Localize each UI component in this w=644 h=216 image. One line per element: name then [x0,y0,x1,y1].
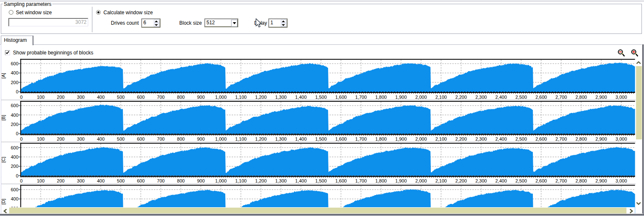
svg-text:700: 700 [157,178,165,183]
svg-text:1,700: 1,700 [355,136,367,141]
svg-text:2,300: 2,300 [475,95,487,100]
svg-text:500: 500 [117,136,125,141]
svg-text:[D]: [D] [1,199,6,205]
svg-text:2,200: 2,200 [456,136,467,141]
svg-text:300: 300 [77,136,84,141]
svg-text:600: 600 [11,187,18,192]
svg-text:1,400: 1,400 [295,178,307,183]
svg-text:3,000: 3,000 [616,95,627,100]
svg-text:2,000: 2,000 [415,178,427,183]
svg-text:500: 500 [117,95,125,100]
svg-text:2,600: 2,600 [535,178,547,183]
svg-text:[A]: [A] [1,73,6,78]
svg-text:600: 600 [137,136,145,141]
svg-text:2,400: 2,400 [495,178,507,183]
svg-text:0: 0 [16,89,18,94]
svg-text:900: 900 [197,136,204,141]
svg-text:2,200: 2,200 [456,178,467,183]
svg-text:2,700: 2,700 [555,136,567,141]
svg-text:1,400: 1,400 [295,95,307,100]
svg-text:600: 600 [137,95,145,100]
svg-text:2,800: 2,800 [575,178,587,183]
svg-text:1,300: 1,300 [275,136,287,141]
svg-text:1,100: 1,100 [235,178,247,183]
svg-text:1,800: 1,800 [375,136,387,141]
svg-text:200: 200 [57,95,64,100]
svg-text:100: 100 [37,95,44,100]
svg-text:[B]: [B] [1,115,6,120]
svg-text:200: 200 [11,122,18,127]
svg-text:400: 400 [11,113,18,118]
svg-text:1,300: 1,300 [275,95,287,100]
svg-text:1,800: 1,800 [375,95,387,100]
svg-text:200: 200 [57,136,64,141]
svg-text:400: 400 [11,196,18,201]
svg-text:300: 300 [77,178,84,183]
svg-text:1,600: 1,600 [335,136,347,141]
svg-text:100: 100 [37,178,44,183]
svg-text:2,900: 2,900 [596,95,607,100]
svg-text:1,400: 1,400 [295,136,307,141]
svg-text:3,000: 3,000 [616,178,627,183]
svg-text:1,900: 1,900 [395,95,407,100]
svg-text:2,100: 2,100 [435,178,447,183]
svg-text:2,100: 2,100 [435,136,447,141]
svg-text:0: 0 [20,178,23,183]
svg-text:1,200: 1,200 [255,178,267,183]
svg-text:900: 900 [197,95,204,100]
svg-text:1,800: 1,800 [375,178,387,183]
svg-text:1,600: 1,600 [335,178,347,183]
svg-text:600: 600 [137,178,145,183]
svg-text:2,500: 2,500 [515,178,527,183]
svg-text:2,000: 2,000 [415,95,427,100]
svg-text:400: 400 [11,154,18,159]
svg-text:0: 0 [16,131,18,136]
svg-text:2,800: 2,800 [575,136,587,141]
svg-text:700: 700 [157,136,165,141]
svg-text:100: 100 [37,136,44,141]
svg-text:400: 400 [97,95,104,100]
svg-text:2,000: 2,000 [415,136,427,141]
svg-text:1,500: 1,500 [315,95,327,100]
svg-text:700: 700 [157,95,165,100]
svg-text:2,900: 2,900 [596,178,607,183]
svg-text:1,000: 1,000 [215,136,227,141]
svg-text:2,600: 2,600 [535,95,547,100]
svg-text:2,400: 2,400 [495,136,507,141]
svg-text:400: 400 [11,70,18,75]
svg-text:200: 200 [11,164,18,169]
svg-text:2,200: 2,200 [456,95,467,100]
svg-text:800: 800 [177,95,185,100]
svg-text:2,500: 2,500 [515,95,527,100]
svg-text:1,600: 1,600 [335,95,347,100]
svg-text:800: 800 [177,136,185,141]
svg-text:0: 0 [20,136,23,141]
svg-text:1,700: 1,700 [355,178,367,183]
svg-text:2,900: 2,900 [596,136,607,141]
svg-text:1,200: 1,200 [255,95,267,100]
svg-text:1,000: 1,000 [215,95,227,100]
svg-text:400: 400 [97,178,104,183]
svg-text:500: 500 [117,178,125,183]
svg-text:3,000: 3,000 [616,136,627,141]
svg-text:2,800: 2,800 [575,95,587,100]
svg-text:2,500: 2,500 [515,136,527,141]
svg-text:1,500: 1,500 [315,178,327,183]
svg-text:0: 0 [16,173,18,178]
svg-text:2,700: 2,700 [555,178,567,183]
svg-text:600: 600 [11,103,18,108]
svg-text:1,000: 1,000 [215,178,227,183]
svg-text:[C]: [C] [1,157,6,162]
svg-text:200: 200 [57,178,64,183]
svg-text:300: 300 [77,95,84,100]
svg-text:900: 900 [197,178,204,183]
svg-text:2,700: 2,700 [555,95,567,100]
svg-text:1,300: 1,300 [275,178,287,183]
svg-text:1,900: 1,900 [395,178,407,183]
svg-text:2,600: 2,600 [535,136,547,141]
svg-text:1,700: 1,700 [355,95,367,100]
svg-text:600: 600 [11,61,18,66]
svg-text:1,900: 1,900 [395,136,407,141]
svg-text:800: 800 [177,178,185,183]
svg-text:1,100: 1,100 [235,136,247,141]
